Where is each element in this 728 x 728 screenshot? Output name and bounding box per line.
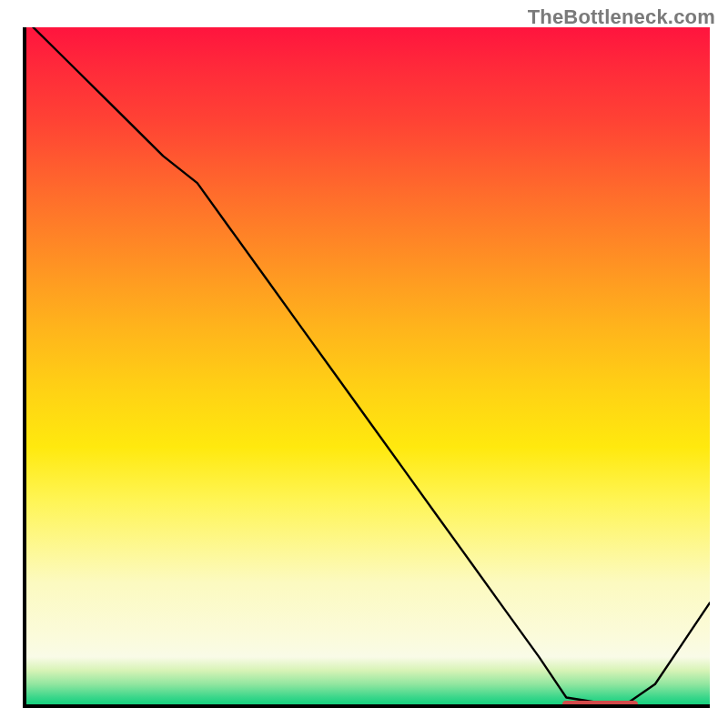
watermark-text: TheBottleneck.com xyxy=(528,5,715,29)
minimum-marker xyxy=(562,701,638,708)
plot-area xyxy=(23,27,710,708)
line-series xyxy=(26,27,710,704)
curve-path xyxy=(33,27,710,703)
chart-container: TheBottleneck.com xyxy=(0,0,728,728)
